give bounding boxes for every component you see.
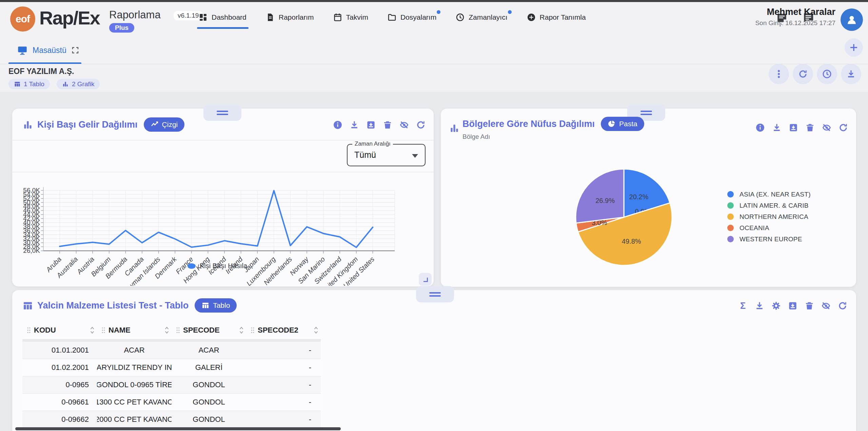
download-board-button[interactable] [841, 64, 861, 84]
table-icon [22, 300, 33, 313]
chart-type-badge[interactable]: Tablo [195, 298, 237, 313]
column-header-kodu[interactable]: KODU [22, 321, 97, 339]
notification-dot [437, 10, 440, 14]
download-button[interactable] [754, 300, 765, 311]
nav-item-rapor-tanimla[interactable]: Rapor Tanımla [527, 2, 586, 33]
plan-badge: Plus [109, 23, 134, 33]
chart-type-badge[interactable]: Çizgi [144, 117, 185, 132]
legend-dot [188, 263, 196, 269]
badge-tablo-count[interactable]: 1 Tablo [8, 79, 50, 89]
card-drag-handle[interactable] [416, 286, 454, 302]
card-title: Yalcin Malzeme Listesi Test - Tablo [37, 300, 189, 311]
chart-type-badge[interactable]: Pasta [601, 117, 644, 131]
refresh-board-button[interactable] [793, 64, 813, 84]
table-row[interactable]: 01.02.2001ARYILDIZ TRENDY INGALERİ- [22, 359, 321, 376]
legend-label: Kişi Başı Hasıla [200, 262, 247, 270]
table-row[interactable]: 0-096622000 CC PET KAVANOGONDOL- [22, 411, 321, 428]
svg-text:56,0K: 56,0K [23, 187, 40, 194]
last-login: Son Giriş: 16.12.2025 17:27 [755, 19, 835, 27]
history-clock-icon [822, 69, 832, 79]
legend-item[interactable]: NORTHERN AMERICA [727, 211, 811, 222]
hide-button[interactable] [399, 119, 410, 130]
save-to-gallery-button[interactable] [366, 119, 376, 130]
eof-logo[interactable]: eof [10, 6, 35, 32]
refresh-button[interactable] [838, 122, 849, 133]
sort-icon[interactable] [164, 326, 170, 334]
download-button[interactable] [349, 119, 360, 130]
eye-off-icon [822, 123, 832, 133]
nav-item-dashboard[interactable]: Dashboard [198, 2, 246, 33]
column-header-name[interactable]: NAME [97, 321, 172, 339]
history-button[interactable] [817, 64, 837, 84]
more-options-button[interactable] [769, 64, 789, 84]
select-label: Zaman Aralığı [352, 140, 393, 147]
chevron-down-icon [412, 154, 418, 158]
refresh-icon [838, 123, 848, 133]
nav-item-zamanlayici[interactable]: Zamanlayıcı [455, 2, 507, 33]
card-resize-handle[interactable] [419, 273, 432, 286]
card-actions: Σ [737, 300, 848, 311]
nav-item-takvim[interactable]: Takvim [333, 2, 368, 33]
nav-item-raporlarim[interactable]: Raporlarım [265, 2, 314, 33]
info-button[interactable] [332, 119, 343, 130]
column-drag-icon[interactable] [250, 327, 255, 334]
table-row[interactable]: 0-096611300 CC PET KAVANOGONDOL- [22, 394, 321, 411]
column-drag-icon[interactable] [101, 327, 106, 334]
pie-chart: 20.2%0.0%49.8%3.0%26.9% [573, 166, 675, 268]
line-chart-legend[interactable]: Kişi Başı Hasıla [188, 262, 247, 270]
save-to-gallery-button[interactable] [787, 300, 798, 311]
legend-item[interactable]: OCEANIA [727, 222, 811, 233]
sort-icon[interactable] [239, 326, 244, 334]
user-avatar[interactable] [841, 8, 863, 31]
add-screen-button[interactable] [845, 38, 863, 57]
column-drag-icon[interactable] [176, 327, 180, 334]
legend-item[interactable]: LATIN AMER. & CARIB [727, 200, 811, 211]
legend-item[interactable]: ASIA (EX. NEAR EAST) [727, 189, 811, 200]
data-table: KODU NAME SPECODE SP [22, 321, 321, 428]
delete-button[interactable] [805, 122, 815, 133]
tab-label: Masaüstü [33, 46, 66, 55]
table-row[interactable]: 01.01.2001ACARACAR- [22, 342, 321, 359]
pie-chart-card: Bölgelere Göre Nüfus Dağılımı Pasta Bölg… [441, 109, 856, 287]
expand-icon[interactable] [71, 46, 79, 54]
settings-button[interactable] [771, 300, 782, 311]
notification-dot [508, 10, 512, 14]
nav-item-dosyalarim[interactable]: Dosyalarım [387, 2, 436, 33]
refresh-button[interactable] [837, 300, 848, 311]
time-range-select[interactable]: Zaman Aralığı Tümü [347, 144, 426, 166]
card-head: Yalcin Malzeme Listesi Test - Tablo Tabl… [37, 298, 237, 313]
badge-grafik-count[interactable]: 2 Grafik [57, 79, 100, 89]
column-header-specode[interactable]: SPECODE [172, 321, 246, 339]
info-button[interactable] [755, 122, 766, 133]
card-drag-handle[interactable] [203, 105, 241, 121]
hide-button[interactable] [821, 300, 831, 311]
eye-off-icon [821, 301, 831, 311]
hide-button[interactable] [821, 122, 832, 133]
delete-button[interactable] [804, 300, 815, 311]
column-drag-icon[interactable] [26, 327, 31, 334]
folder-icon [387, 13, 397, 22]
horizontal-scrollbar[interactable] [15, 427, 341, 430]
sum-button[interactable]: Σ [737, 300, 748, 311]
download-button[interactable] [771, 122, 782, 133]
legend-item[interactable]: WESTERN EUROPE [727, 233, 811, 245]
table-row[interactable]: 0-0965GONDOL 0-0965 TİREGONDOL- [22, 376, 321, 394]
column-header-specode2[interactable]: SPECODE2 [246, 321, 321, 339]
nav-label: Rapor Tanımla [540, 13, 586, 21]
sort-icon[interactable] [90, 326, 95, 334]
legend-dot [727, 202, 734, 209]
refresh-button[interactable] [415, 119, 426, 130]
legend-dot [727, 191, 734, 198]
tab-masaustu[interactable]: Masaüstü [17, 45, 79, 56]
nav-label: Zamanlayıcı [469, 13, 507, 21]
sort-icon[interactable] [313, 326, 319, 334]
card-actions [755, 122, 849, 133]
card-title: Kişi Başı Gelir Dağılımı [37, 119, 138, 130]
pie-chart-legend: ASIA (EX. NEAR EAST) LATIN AMER. & CARIB… [727, 189, 811, 245]
save-to-gallery-button[interactable] [788, 122, 799, 133]
select-value: Tümü [354, 150, 376, 160]
download-box-icon [366, 120, 376, 130]
card-title: Bölgelere Göre Nüfus Dağılımı [462, 119, 595, 129]
delete-button[interactable] [382, 119, 393, 130]
nav-label: Dosyalarım [400, 13, 436, 21]
